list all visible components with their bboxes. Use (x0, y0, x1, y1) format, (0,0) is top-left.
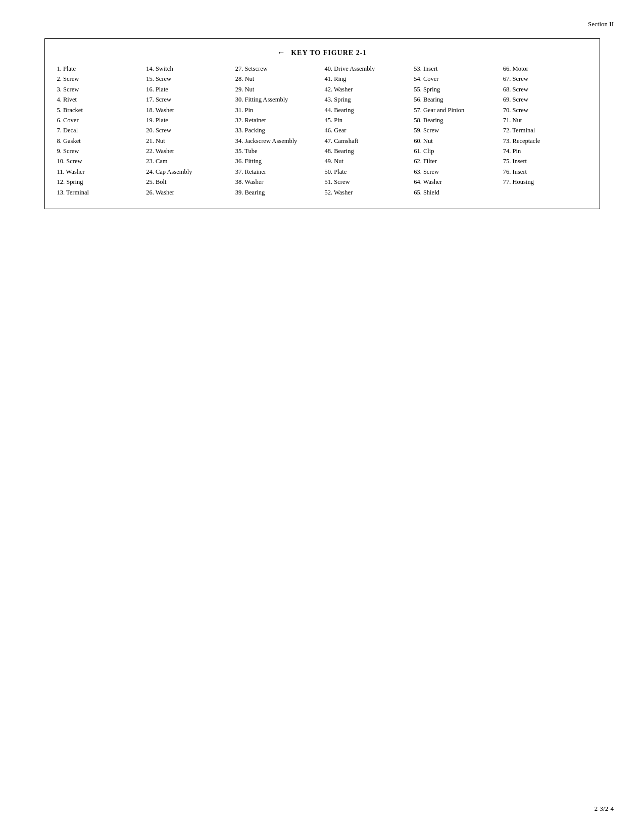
list-item: 71. Nut (503, 116, 587, 125)
list-item: 23. Cam (146, 157, 230, 166)
page-number: 2-3/2-4 (595, 805, 614, 813)
list-item: 45. Pin (325, 116, 409, 125)
column-2: 14. Switch15. Screw16. Plate17. Screw18.… (146, 64, 230, 198)
list-item: 70. Screw (503, 106, 587, 115)
list-item: 57. Gear and Pinion (414, 106, 498, 115)
list-item: 50. Plate (325, 167, 409, 177)
list-item: 40. Drive Assembly (325, 64, 409, 74)
list-item: 19. Plate (146, 116, 230, 125)
list-item: 21. Nut (146, 136, 230, 146)
page: Section II ← KEY TO FIGURE 2-1 1. Plate2… (0, 0, 644, 833)
list-item: 39. Bearing (235, 188, 320, 198)
key-title-text: KEY TO FIGURE 2-1 (291, 49, 367, 57)
list-item: 13. Terminal (57, 188, 141, 198)
list-item: 6. Cover (57, 116, 141, 125)
list-item: 12. Spring (57, 177, 141, 187)
list-item: 27. Setscrew (235, 64, 320, 74)
list-item: 44. Bearing (325, 106, 409, 115)
list-item: 61. Clip (414, 146, 498, 156)
list-item: 60. Nut (414, 136, 498, 146)
list-item: 24. Cap Assembly (146, 167, 230, 177)
list-item: 55. Spring (414, 85, 498, 94)
list-item: 67. Screw (503, 74, 587, 84)
list-item: 42. Washer (325, 85, 409, 94)
list-item: 75. Insert (503, 157, 587, 166)
list-item: 51. Screw (325, 177, 409, 187)
list-item: 46. Gear (325, 126, 409, 135)
list-item: 31. Pin (235, 106, 320, 115)
list-item: 25. Bolt (146, 177, 230, 187)
list-item: 52. Washer (325, 188, 409, 198)
key-title: ← KEY TO FIGURE 2-1 (57, 48, 587, 57)
list-item: 54. Cover (414, 74, 498, 84)
list-item: 38. Washer (235, 177, 320, 187)
list-item: 48. Bearing (325, 146, 409, 156)
list-item: 66. Motor (503, 64, 587, 74)
list-item: 76. Insert (503, 167, 587, 177)
section-label: Section II (588, 20, 614, 28)
list-item: 16. Plate (146, 85, 230, 94)
list-item: 9. Screw (57, 146, 141, 156)
arrow-icon: ← (277, 48, 286, 57)
list-item: 73. Receptacle (503, 136, 587, 146)
key-box: ← KEY TO FIGURE 2-1 1. Plate2. Screw3. S… (44, 38, 600, 209)
list-item: 64. Washer (414, 177, 498, 187)
list-item: 2. Screw (57, 74, 141, 84)
column-4: 40. Drive Assembly41. Ring42. Washer43. … (325, 64, 409, 198)
list-item: 20. Screw (146, 126, 230, 135)
list-item: 62. Filter (414, 157, 498, 166)
list-item: 22. Washer (146, 146, 230, 156)
list-item: 74. Pin (503, 146, 587, 156)
list-item: 35. Tube (235, 146, 320, 156)
list-item: 53. Insert (414, 64, 498, 74)
list-item: 14. Switch (146, 64, 230, 74)
column-6: 66. Motor67. Screw68. Screw69. Screw70. … (503, 64, 587, 198)
list-item: 37. Retainer (235, 167, 320, 177)
list-item: 5. Bracket (57, 106, 141, 115)
list-item: 63. Screw (414, 167, 498, 177)
list-item: 8. Gasket (57, 136, 141, 146)
list-item: 11. Washer (57, 167, 141, 177)
list-item: 17. Screw (146, 95, 230, 105)
list-item: 18. Washer (146, 106, 230, 115)
list-item: 59. Screw (414, 126, 498, 135)
list-item: 29. Nut (235, 85, 320, 94)
list-item: 69. Screw (503, 95, 587, 105)
list-item: 72. Terminal (503, 126, 587, 135)
list-item: 41. Ring (325, 74, 409, 84)
column-1: 1. Plate2. Screw3. Screw4. Rivet5. Brack… (57, 64, 141, 198)
list-item: 15. Screw (146, 74, 230, 84)
list-item: 34. Jackscrew Assembly (235, 136, 320, 146)
column-5: 53. Insert54. Cover55. Spring56. Bearing… (414, 64, 498, 198)
list-item: 49. Nut (325, 157, 409, 166)
list-item: 28. Nut (235, 74, 320, 84)
list-item: 3. Screw (57, 85, 141, 94)
list-item: 47. Camshaft (325, 136, 409, 146)
list-item: 1. Plate (57, 64, 141, 74)
list-item: 58. Bearing (414, 116, 498, 125)
list-item: 4. Rivet (57, 95, 141, 105)
items-grid: 1. Plate2. Screw3. Screw4. Rivet5. Brack… (57, 64, 587, 198)
list-item: 33. Packing (235, 126, 320, 135)
list-item: 32. Retainer (235, 116, 320, 125)
list-item: 10. Screw (57, 157, 141, 166)
column-3: 27. Setscrew28. Nut29. Nut30. Fitting As… (235, 64, 320, 198)
list-item: 56. Bearing (414, 95, 498, 105)
list-item: 30. Fitting Assembly (235, 95, 320, 105)
list-item: 65. Shield (414, 188, 498, 198)
list-item: 7. Decal (57, 126, 141, 135)
list-item: 68. Screw (503, 85, 587, 94)
list-item: 26. Washer (146, 188, 230, 198)
list-item: 36. Fitting (235, 157, 320, 166)
section-header: Section II (30, 20, 614, 28)
list-item: 43. Spring (325, 95, 409, 105)
list-item: 77. Housing (503, 177, 587, 187)
